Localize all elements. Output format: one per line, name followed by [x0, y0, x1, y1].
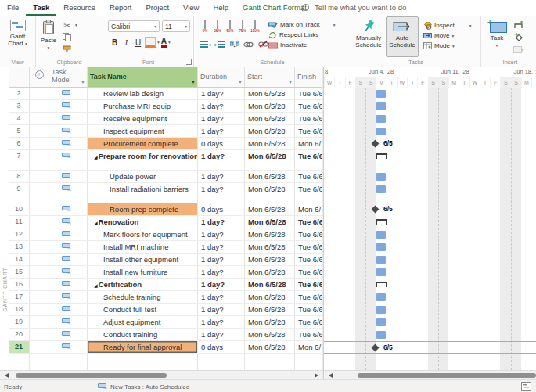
- paste-button[interactable]: Paste▾: [36, 16, 61, 54]
- table-row[interactable]: 14→Install other equipment1 day?Mon 6/5/…: [9, 254, 322, 266]
- tab-resource[interactable]: Resource: [56, 0, 103, 16]
- background-color-button[interactable]: [145, 37, 156, 48]
- move-button[interactable]: Move ▾: [423, 31, 472, 41]
- copy-button[interactable]: [61, 32, 73, 42]
- row-number-cell[interactable]: 19: [9, 316, 30, 328]
- unlink-tasks-button[interactable]: [258, 39, 268, 49]
- duration-cell[interactable]: 1 day?: [198, 100, 245, 112]
- info-cell[interactable]: [30, 113, 49, 124]
- duration-cell[interactable]: 1 day?: [198, 88, 245, 99]
- gantt-chart-view-button[interactable]: Gantt Chart ▾: [2, 16, 34, 47]
- start-cell[interactable]: Mon 6/5/28: [245, 341, 295, 353]
- task-name-cell[interactable]: Install other equipment: [88, 254, 198, 265]
- chart-row[interactable]: 6/5: [324, 341, 536, 354]
- table-row[interactable]: 3→Purchase MRI equip1 day?Mon 6/5/28Tue …: [9, 100, 322, 113]
- finish-cell[interactable]: Tue 6/6: [295, 100, 322, 112]
- info-cell[interactable]: [30, 279, 49, 290]
- milestone-diamond[interactable]: [372, 206, 380, 214]
- finish-cell[interactable]: Tue 6/6: [295, 291, 322, 303]
- finish-cell[interactable]: Mon 6/: [295, 203, 322, 215]
- format-painter-button[interactable]: [61, 44, 73, 54]
- filter-chevron-icon[interactable]: ▼: [288, 80, 293, 85]
- task-name-cell[interactable]: Conduct training: [88, 329, 198, 340]
- task-name-cell[interactable]: Schedule training: [88, 291, 198, 303]
- finish-cell[interactable]: Tue 6/6: [295, 171, 322, 182]
- row-number-cell[interactable]: 18: [9, 304, 30, 315]
- row-number-cell[interactable]: 15: [9, 266, 30, 278]
- task-name-cell[interactable]: Adjust equipment: [88, 316, 198, 328]
- row-number-header[interactable]: [9, 67, 30, 87]
- finish-cell[interactable]: Tue 6/6: [295, 279, 322, 290]
- task-mode-cell[interactable]: →: [49, 100, 88, 112]
- duration-cell[interactable]: 1 day?: [198, 150, 245, 170]
- font-dialog-launcher-icon[interactable]: [186, 59, 192, 65]
- duration-cell[interactable]: 1 day?: [198, 228, 245, 240]
- milestone-diamond[interactable]: [372, 344, 380, 352]
- duration-cell[interactable]: 0 days: [198, 203, 245, 215]
- start-cell[interactable]: Mon 6/5/28: [245, 241, 295, 253]
- chart-row[interactable]: [324, 125, 536, 138]
- chart-row[interactable]: 6/5: [324, 203, 536, 216]
- task-name-cell[interactable]: Purchase MRI equip: [88, 100, 198, 112]
- row-number-cell[interactable]: 17: [9, 291, 30, 303]
- start-header[interactable]: Start▼: [245, 67, 295, 87]
- chart-row[interactable]: [324, 171, 536, 183]
- start-cell[interactable]: Mon 6/5/28: [245, 279, 295, 290]
- info-cell[interactable]: [30, 254, 49, 265]
- finish-cell[interactable]: Tue 6/6: [295, 113, 322, 124]
- chart-row[interactable]: [324, 279, 536, 291]
- finish-cell[interactable]: Tue 6/6: [295, 266, 322, 278]
- cut-button[interactable]: ✂: [61, 20, 73, 31]
- duration-cell[interactable]: 1 day?: [198, 241, 245, 253]
- info-cell[interactable]: [30, 341, 49, 353]
- task-mode-cell[interactable]: →: [49, 183, 88, 203]
- percent-complete-button[interactable]: 100%: [249, 20, 261, 33]
- split-task-button[interactable]: [229, 39, 239, 49]
- task-name-cell[interactable]: Inspect equipment: [88, 125, 198, 137]
- chart-row[interactable]: [324, 100, 536, 113]
- task-bar[interactable]: [376, 185, 386, 193]
- finish-cell[interactable]: Tue 6/6: [295, 125, 322, 137]
- task-name-cell[interactable]: Install radiationi barriers: [88, 183, 198, 203]
- start-cell[interactable]: Mon 6/5/28: [245, 266, 295, 278]
- task-bar[interactable]: [376, 318, 386, 326]
- inactivate-button[interactable]: Inactivate: [268, 40, 335, 50]
- info-cell[interactable]: [30, 203, 49, 215]
- chart-row[interactable]: [324, 241, 536, 254]
- task-name-cell[interactable]: ◢Certification: [88, 279, 198, 290]
- start-cell[interactable]: Mon 6/5/28: [245, 228, 295, 240]
- finish-cell[interactable]: Tue 6/6: [295, 216, 322, 228]
- link-tasks-button[interactable]: [243, 39, 254, 49]
- font-color-button[interactable]: A: [161, 38, 167, 48]
- finish-cell[interactable]: Tue 6/6: [295, 316, 322, 328]
- start-cell[interactable]: Mon 6/5/28: [245, 291, 295, 303]
- percent-complete-button[interactable]: 0%: [199, 20, 211, 33]
- table-row[interactable]: 4→Receive equipment1 day?Mon 6/5/28Tue 6…: [9, 113, 322, 125]
- row-number-cell[interactable]: 14: [9, 254, 30, 265]
- outdent-task-button[interactable]: ◂: [200, 39, 210, 49]
- info-cell[interactable]: [30, 228, 49, 240]
- row-number-cell[interactable]: 20: [9, 329, 30, 340]
- start-cell[interactable]: Mon 6/5/28: [245, 113, 295, 124]
- inspect-button[interactable]: Inspect ▾: [423, 20, 472, 31]
- start-cell[interactable]: Mon 6/5/28: [245, 329, 295, 340]
- info-cell[interactable]: [30, 171, 49, 182]
- finish-cell[interactable]: Tue 6/6: [295, 150, 322, 170]
- task-bar[interactable]: [376, 331, 386, 339]
- start-cell[interactable]: Mon 6/5/28: [245, 171, 295, 182]
- tab-view[interactable]: View: [176, 0, 206, 16]
- scroll-right-arrow-icon[interactable]: [315, 373, 318, 378]
- duration-cell[interactable]: 1 day?: [198, 125, 245, 137]
- task-name-cell[interactable]: Review lab design: [88, 88, 198, 99]
- start-cell[interactable]: Mon 6/5/28: [245, 125, 295, 137]
- task-mode-cell[interactable]: →: [49, 254, 88, 265]
- task-name-cell[interactable]: Ready for final approval: [88, 341, 198, 353]
- chevron-down-icon[interactable]: ▾: [157, 40, 160, 45]
- collapse-triangle-icon[interactable]: ◢: [94, 155, 98, 160]
- duration-cell[interactable]: 1 day?: [198, 316, 245, 328]
- task-name-cell[interactable]: Conduct full test: [88, 304, 198, 315]
- mode-button[interactable]: Mode ▾: [423, 41, 472, 51]
- task-mode-cell[interactable]: →: [49, 341, 88, 353]
- finish-cell[interactable]: Tue 6/6: [295, 88, 322, 99]
- info-cell[interactable]: [30, 183, 49, 203]
